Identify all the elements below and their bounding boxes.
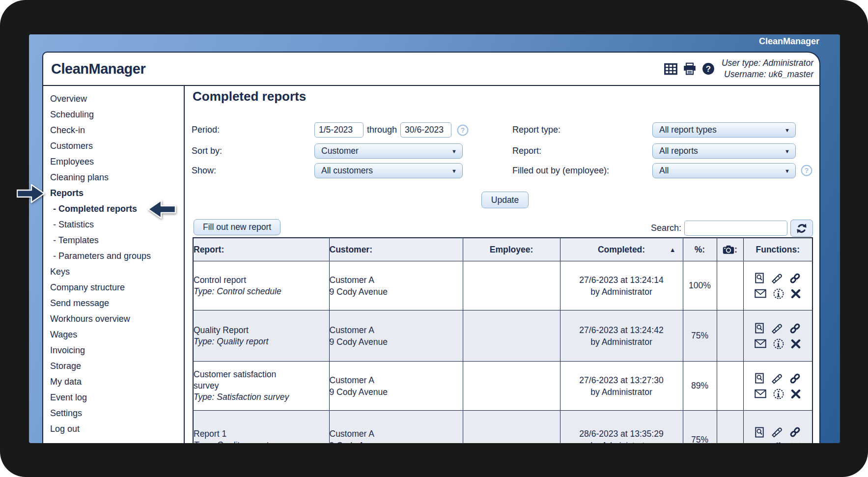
completed-by: by Administrator [560,286,683,298]
link-icon[interactable] [789,426,801,438]
view-report-icon[interactable] [755,323,764,334]
table-grid-icon[interactable] [664,62,677,76]
link-icon[interactable] [789,373,801,384]
sidebar-item-check-in[interactable]: Check-in [43,122,184,138]
info-icon[interactable] [773,338,784,349]
column-header-employee[interactable]: Employee: [463,238,560,261]
email-icon[interactable] [755,289,766,298]
sidebar-item-parameters-and-groups[interactable]: - Parameters and groups [43,248,184,264]
view-report-icon[interactable] [755,273,764,283]
sidebar-item-company-structure[interactable]: Company structure [43,280,184,295]
sidebar-item-log-out[interactable]: Log out [43,421,184,437]
completed-cell: 27/6-2023 at 13:27:30 by Administrator [560,362,683,411]
customer-name: Customer A [330,324,463,336]
info-icon[interactable] [773,389,784,399]
window-brand-label: CleanManager [759,36,819,47]
edit-icon[interactable] [771,373,783,384]
sidebar-item-settings[interactable]: Settings [43,405,184,421]
column-header-report[interactable]: Report: [193,238,329,261]
photo-cell [717,411,743,444]
info-icon[interactable] [773,288,784,299]
customer-address: 9 Cody Avenue [330,336,463,348]
info-icon[interactable] [773,442,784,443]
customer-name: Customer A [330,274,463,286]
delete-icon[interactable] [791,443,801,443]
view-report-icon[interactable] [755,427,764,438]
edit-icon[interactable] [771,323,783,334]
sidebar-item-storage[interactable]: Storage [43,358,184,374]
sidebar-item-send-message[interactable]: Send message [43,295,184,311]
printer-icon[interactable] [683,62,697,75]
sidebar-item-cleaning-plans[interactable]: Cleaning plans [43,169,184,185]
sort-ascending-icon[interactable]: ▲ [670,246,676,253]
search-refresh-button[interactable] [790,220,813,237]
customer-cell: Customer A 9 Cody Avenue [329,362,463,411]
photo-cell [717,362,743,411]
report-type-select[interactable]: All report types ▼ [652,122,796,138]
period-from-input[interactable] [314,122,364,138]
completed-by: by Administrator [560,386,683,398]
chevron-down-icon: ▼ [784,127,790,133]
email-icon[interactable] [755,389,766,398]
filled-out-by-help-icon[interactable] [801,165,812,176]
fill-out-new-report-button[interactable]: Fill out new report [194,219,280,235]
report-name: Customer satisfaction survey [194,369,299,392]
sidebar-item-wages[interactable]: Wages [43,327,184,342]
column-header-completed[interactable]: Completed: ▲ [560,238,683,261]
period-controls: through [314,122,469,138]
sidebar-item-event-log[interactable]: Event log [43,390,184,405]
column-header-functions[interactable]: Functions: [743,238,812,261]
sidebar-item-overview[interactable]: Overview [43,91,184,107]
period-help-icon[interactable] [457,124,469,136]
photo-cell [717,261,743,310]
edit-icon[interactable] [771,426,783,438]
view-report-icon[interactable] [755,373,764,384]
employee-cell [463,362,560,411]
sidebar-item-customers[interactable]: Customers [43,138,184,154]
percent-cell: 75% [683,411,717,444]
search-input[interactable] [684,221,787,236]
user-info: User type: Administrator Username: uk6_m… [722,57,813,80]
sidebar-item-invoicing[interactable]: Invoicing [43,342,184,358]
filled-out-by-select[interactable]: All ▼ [652,163,796,178]
update-button[interactable]: Update [481,192,529,208]
chevron-down-icon: ▼ [451,148,457,154]
column-header-percent[interactable]: %: [683,238,717,261]
period-to-input[interactable] [400,122,451,138]
completed-cell: 27/6-2023 at 13:24:14 by Administrator [560,261,683,310]
delete-icon[interactable] [791,339,801,349]
help-icon[interactable] [702,62,715,75]
link-icon[interactable] [789,323,801,334]
sidebar-item-my-data[interactable]: My data [43,374,184,390]
completed-date: 27/6-2023 at 13:24:14 [560,274,683,286]
column-header-camera[interactable]: : [717,238,743,261]
sidebar-item-reports[interactable]: Reports [43,185,184,201]
chevron-down-icon: ▼ [451,168,457,174]
delete-icon[interactable] [791,289,801,299]
report-type-label: Report type: [512,122,560,138]
sort-by-select[interactable]: Customer ▼ [314,143,463,159]
show-select[interactable]: All customers ▼ [314,163,463,178]
email-icon[interactable] [755,339,766,348]
edit-icon[interactable] [771,273,783,284]
sidebar-item-scheduling[interactable]: Scheduling [43,107,184,122]
percent-cell: 100% [683,261,717,310]
sidebar-item-workhours-overview[interactable]: Workhours overview [43,311,184,327]
sort-by-label: Sort by: [192,143,222,159]
report-select[interactable]: All reports ▼ [652,143,796,159]
link-icon[interactable] [789,273,801,284]
completed-date: 27/6-2023 at 13:27:30 [560,374,683,386]
screenshot-root: CleanManager CleanManager User type: Adm… [0,0,868,477]
delete-icon[interactable] [791,389,801,399]
chevron-down-icon: ▼ [784,168,790,174]
sidebar-item-keys[interactable]: Keys [43,264,184,280]
sidebar-item-employees[interactable]: Employees [43,154,184,169]
customer-name: Customer A [330,428,463,440]
chevron-down-icon: ▼ [784,148,790,154]
header-right: User type: Administrator Username: uk6_m… [664,57,813,80]
sidebar-item-templates[interactable]: - Templates [43,232,184,248]
column-header-customer[interactable]: Customer: [329,238,463,261]
period-label: Period: [192,122,220,138]
app-header: CleanManager User type: Administrator Us… [43,53,819,86]
show-label: Show: [192,163,216,178]
